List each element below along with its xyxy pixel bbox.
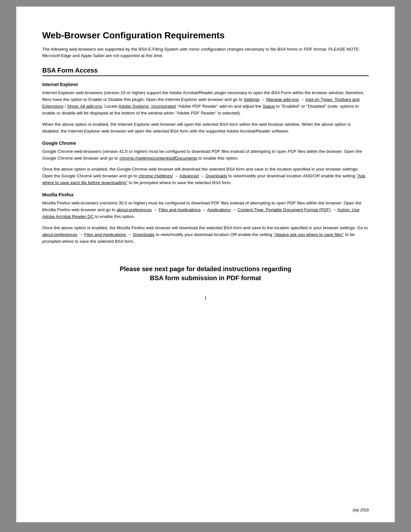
chrome-advanced-link: Advanced [180, 173, 199, 178]
chrome-pdf-link: chrome://settings/content/pdfDocuments [119, 156, 197, 161]
page-title: Web-Browser Configuration Requirements [42, 30, 369, 41]
firefox-files2-link: Files and Applications [84, 232, 126, 237]
ie-para2: When the above option is enabled, the In… [42, 121, 369, 135]
footer-banner: Please see next page for detailed instru… [42, 264, 369, 282]
chrome-title: Google Chrome [42, 141, 369, 146]
firefox-applications-link: Applications [207, 207, 231, 212]
firefox-title: Mozilla Firefox [42, 192, 369, 197]
ie-manage-addons-link: Manage add-ons [266, 97, 299, 102]
chrome-para1: Google Chrome web-browsers (version 41.0… [42, 148, 369, 162]
date-footer: July 2019 [352, 508, 369, 512]
firefox-section: Mozilla Firefox Mozilla Firefox web-brow… [42, 192, 369, 245]
chrome-downloads-link: Downloads [206, 173, 227, 178]
footer-banner-text: Please see next page for detailed instru… [42, 264, 369, 282]
ie-section: Internet Explorer Internet Explorer web-… [42, 82, 369, 135]
ie-status-link: Status [263, 104, 275, 109]
ie-settings-link: Settings [244, 97, 259, 102]
intro-text: The following web-browsers are supported… [42, 46, 369, 59]
firefox-about-link: about:preferences [117, 207, 152, 212]
section-title: BSA Form Access [42, 67, 369, 76]
page-number: 1 [42, 295, 369, 300]
firefox-para2: Once the above option is enabled, the Mo… [42, 225, 369, 245]
firefox-downloads-link: Downloads [133, 232, 154, 237]
ie-show-link: Show: All add-ons [67, 104, 102, 109]
ie-adobe-link: Adobe Systems, Incorporated [118, 104, 176, 109]
firefox-always-ask-link: "Always ask you where to save files" [273, 232, 344, 237]
firefox-files-link: Files and Applications [159, 207, 201, 212]
ie-para1: Internet Explorer web-browsers (version … [42, 90, 369, 117]
document-page: Web-Browser Configuration Requirements T… [16, 6, 395, 522]
firefox-content-type-link: Content Type: Portable Document Format (… [238, 207, 331, 212]
chrome-section: Google Chrome Google Chrome web-browsers… [42, 141, 369, 187]
firefox-para1: Mozilla Firefox web-browsers (versions 3… [42, 200, 369, 220]
chrome-para2: Once the above option is enabled, the Go… [42, 166, 369, 186]
chrome-settings-link: chrome://settings/ [139, 173, 173, 178]
ie-title: Internet Explorer [42, 82, 369, 87]
firefox-about2-link: about:preferences [42, 232, 77, 237]
